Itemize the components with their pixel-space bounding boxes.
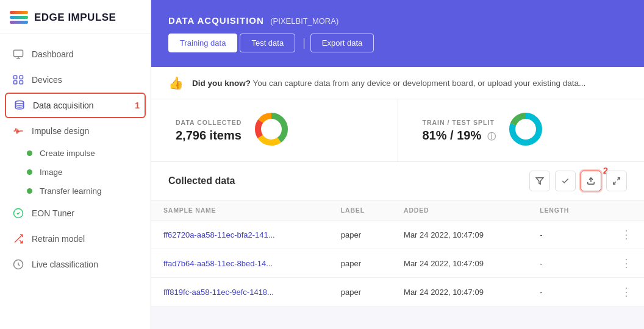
cell-added-0: Mar 24 2022, 10:47:09	[392, 221, 528, 249]
row-menu-2[interactable]: ⋮	[598, 278, 644, 306]
data-acquisition-badge: 1	[135, 101, 140, 110]
sidebar-item-live-classification[interactable]: Live classification	[0, 252, 151, 277]
donut-chart-split	[508, 111, 543, 149]
cell-name-0[interactable]: ff62720a-aa58-11ec-bfa2-141...	[151, 221, 329, 249]
stat-split-text: TRAIN / TEST SPLIT 81% / 19% ⓘ	[423, 119, 496, 143]
collected-data-title: Collected data	[168, 175, 235, 186]
sidebar-subitem-image[interactable]: Image	[0, 163, 151, 182]
sidebar-item-retrain-model[interactable]: Retrain model	[0, 226, 151, 252]
content-area: Collected data 2	[151, 162, 644, 329]
sidebar: EDGE IMPULSE Dashboard Devices Data acqu…	[0, 0, 151, 329]
dot-icon-create-impulse	[27, 150, 32, 156]
svg-rect-3	[14, 76, 17, 79]
stat-split-label: TRAIN / TEST SPLIT	[423, 119, 496, 126]
stack-icon	[13, 99, 26, 111]
table-row: ffad7b64-aa58-11ec-8bed-14... paper Mar …	[151, 249, 644, 278]
info-banner: 👍 Did you know? You can capture data fro…	[151, 67, 644, 99]
row-menu-0[interactable]: ⋮	[598, 221, 644, 249]
shuffle-icon	[12, 233, 24, 245]
upload-button[interactable]: 2	[581, 171, 601, 191]
info-text: Did you know? You can capture data from …	[192, 79, 585, 88]
split-info-icon: ⓘ	[487, 132, 496, 141]
stat-collected-text: DATA COLLECTED 2,796 items	[176, 119, 242, 143]
cell-length-1: -	[528, 249, 598, 278]
sidebar-item-impulse-design[interactable]: Impulse design	[0, 118, 151, 144]
sidebar-item-devices-label: Devices	[32, 75, 62, 85]
sidebar-nav: Dashboard Devices Data acquisition 1 Imp…	[0, 34, 151, 329]
cell-name-1[interactable]: ffad7b64-aa58-11ec-8bed-14...	[151, 249, 329, 278]
collected-data-header: Collected data 2	[151, 162, 644, 200]
tab-test-data[interactable]: Test data	[240, 34, 295, 52]
sidebar-subitem-transfer-learning[interactable]: Transfer learning	[0, 182, 151, 200]
svg-marker-20	[536, 178, 543, 185]
image-label: Image	[40, 168, 63, 177]
sidebar-item-data-acquisition[interactable]: Data acquisition 1	[5, 93, 146, 118]
cell-length-2: -	[528, 278, 598, 306]
svg-rect-6	[20, 81, 23, 84]
thumbs-up-icon: 👍	[168, 76, 184, 90]
info-text-bold: Did you know?	[192, 79, 251, 88]
cell-length-0: -	[528, 221, 598, 249]
table-row: ff62720a-aa58-11ec-bfa2-141... paper Mar…	[151, 221, 644, 249]
logo: EDGE IMPULSE	[0, 0, 151, 34]
cell-added-1: Mar 24 2022, 10:47:09	[392, 249, 528, 278]
create-impulse-label: Create impulse	[40, 149, 95, 158]
header-actions: 2	[529, 171, 627, 191]
main-content: DATA ACQUISITION (PIXELBIT_MORA) Trainin…	[151, 0, 644, 329]
logo-bar-1	[10, 11, 28, 14]
monitor-icon	[12, 48, 24, 60]
sidebar-subitem-create-impulse[interactable]: Create impulse	[0, 144, 151, 163]
tabs: Training data Test data | Export data	[168, 34, 627, 52]
filter-button[interactable]	[529, 171, 550, 191]
cell-label-0: paper	[329, 221, 392, 249]
svg-rect-4	[20, 76, 23, 79]
row-menu-1[interactable]: ⋮	[598, 249, 644, 278]
logo-text: EDGE IMPULSE	[34, 12, 116, 24]
cell-added-2: Mar 24 2022, 10:47:09	[392, 278, 528, 306]
dot-icon-image	[27, 169, 32, 175]
col-actions	[598, 200, 644, 221]
stats-bar: DATA COLLECTED 2,796 items	[151, 99, 644, 162]
col-sample-name: SAMPLE NAME	[151, 200, 329, 221]
info-text-body: You can capture data from any device or …	[251, 79, 585, 88]
col-added: ADDED	[392, 200, 528, 221]
stat-collected-value: 2,796 items	[176, 129, 242, 143]
sidebar-item-data-acquisition-label: Data acquisition	[33, 101, 94, 110]
eon-tuner-label: EON Tuner	[32, 208, 74, 218]
stat-split: TRAIN / TEST SPLIT 81% / 19% ⓘ	[398, 99, 645, 161]
svg-rect-5	[14, 81, 17, 84]
cell-label-1: paper	[329, 249, 392, 278]
table-row: fff819fc-aa58-11ec-9efc-1418... paper Ma…	[151, 278, 644, 306]
svg-point-7	[15, 101, 24, 104]
live-classification-label: Live classification	[32, 260, 98, 269]
expand-button[interactable]	[606, 171, 627, 191]
page-title: DATA ACQUISITION (PIXELBIT_MORA)	[168, 15, 627, 26]
sidebar-item-dashboard-label: Dashboard	[32, 49, 74, 59]
dot-icon-transfer-learning	[27, 188, 32, 194]
page-title-text: DATA ACQUISITION	[168, 15, 264, 26]
sidebar-item-devices[interactable]: Devices	[0, 67, 151, 93]
stat-split-value: 81% / 19% ⓘ	[423, 129, 496, 143]
logo-icon	[10, 11, 28, 24]
sidebar-item-eon-tuner[interactable]: EON Tuner	[0, 200, 151, 226]
logo-bar-2	[10, 16, 28, 19]
cell-name-2[interactable]: fff819fc-aa58-11ec-9efc-1418...	[151, 278, 329, 306]
sidebar-item-impulse-design-label: Impulse design	[32, 126, 89, 136]
tab-divider: |	[302, 37, 306, 49]
select-all-button[interactable]	[555, 171, 576, 191]
sidebar-item-dashboard[interactable]: Dashboard	[0, 41, 151, 67]
waveform-icon	[12, 125, 24, 137]
retrain-model-label: Retrain model	[32, 234, 85, 244]
devices-icon	[12, 74, 24, 86]
col-label: LABEL	[329, 200, 392, 221]
tab-training-data[interactable]: Training data	[168, 34, 237, 52]
tab-export-data[interactable]: Export data	[310, 34, 374, 52]
main-header: DATA ACQUISITION (PIXELBIT_MORA) Trainin…	[151, 0, 644, 67]
donut-chart-collected	[254, 111, 289, 149]
col-length: LENGTH	[528, 200, 598, 221]
logo-bar-3	[10, 21, 28, 24]
transfer-learning-label: Transfer learning	[40, 186, 102, 196]
svg-rect-0	[14, 50, 23, 57]
data-table: SAMPLE NAME LABEL ADDED LENGTH ff62720a-…	[151, 200, 644, 306]
eon-icon	[12, 207, 24, 219]
